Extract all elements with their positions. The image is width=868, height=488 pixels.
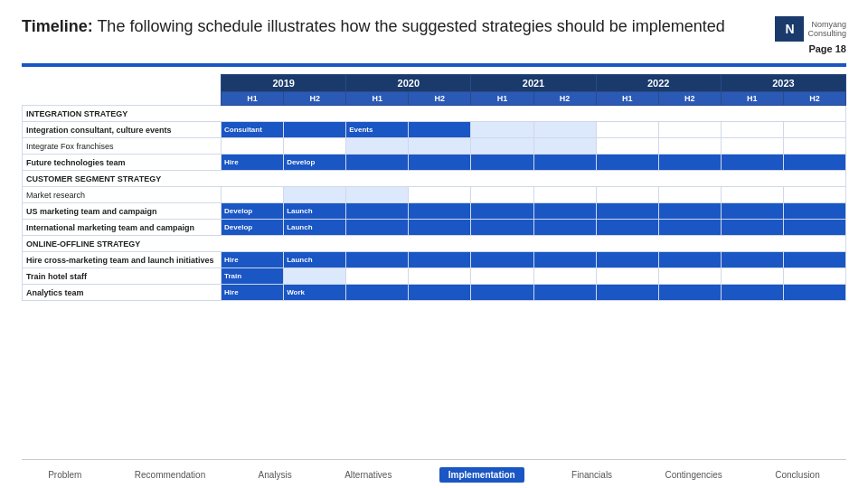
cell-5-7 <box>658 187 721 203</box>
cell-6-3 <box>409 203 471 220</box>
cell-6-9 <box>783 203 845 220</box>
year-header-2022: 2022 <box>596 75 721 92</box>
cell-3-0: Hire <box>222 155 284 171</box>
cell-9-1: Launch <box>284 252 346 268</box>
half-header-H1: H1 <box>346 92 409 106</box>
cell-1-2: Events <box>346 122 409 138</box>
cell-9-6 <box>596 252 658 268</box>
cell-2-6 <box>596 138 658 155</box>
cell-2-3 <box>409 138 471 155</box>
nav-item-alternatives[interactable]: Alternatives <box>339 468 397 482</box>
cell-3-5 <box>533 155 596 171</box>
nav-item-recommendation[interactable]: Recommendation <box>129 468 211 482</box>
page-number: Page 18 <box>808 43 846 54</box>
row-label-10: Train hotel staff <box>23 268 222 285</box>
title-block: Timeline: The following schedule illustr… <box>22 16 775 37</box>
page-title: Timeline: The following schedule illustr… <box>22 16 775 37</box>
nav-item-analysis[interactable]: Analysis <box>253 468 297 482</box>
cell-2-2 <box>346 138 409 155</box>
half-header-H1: H1 <box>222 92 284 106</box>
nav-item-financials[interactable]: Financials <box>566 468 618 482</box>
section-header-8: ONLINE-OFFLINE STRATEGY <box>23 236 846 252</box>
cell-7-0: Develop <box>222 220 284 236</box>
cell-5-3 <box>409 187 471 203</box>
cell-3-3 <box>409 155 471 171</box>
cell-9-3 <box>409 252 471 268</box>
cell-2-4 <box>471 138 533 155</box>
cell-10-2 <box>346 268 409 285</box>
cell-6-1: Launch <box>284 203 346 220</box>
cell-5-2 <box>346 187 409 203</box>
nav-item-conclusion[interactable]: Conclusion <box>769 468 825 482</box>
cell-11-6 <box>596 285 658 301</box>
cell-10-7 <box>658 268 721 285</box>
half-header-H2: H2 <box>533 92 596 106</box>
row-label-3: Future technologies team <box>23 155 222 171</box>
header-area: Timeline: The following schedule illustr… <box>22 16 846 54</box>
cell-10-9 <box>783 268 845 285</box>
cell-7-6 <box>596 220 658 236</box>
cell-5-9 <box>783 187 845 203</box>
logo-area: N NomyangConsulting Page 18 <box>775 16 846 54</box>
cell-7-1: Launch <box>284 220 346 236</box>
timeline-table: 20192020202120222023 H1H2H1H2H1H2H1H2H1H… <box>22 74 846 301</box>
cell-10-8 <box>721 268 783 285</box>
page: Timeline: The following schedule illustr… <box>0 0 868 488</box>
cell-11-3 <box>409 285 471 301</box>
cell-11-4 <box>471 285 533 301</box>
cell-1-7 <box>658 122 721 138</box>
cell-11-0: Hire <box>222 285 284 301</box>
cell-3-9 <box>783 155 845 171</box>
cell-9-5 <box>533 252 596 268</box>
cell-1-0: Consultant <box>222 122 284 138</box>
cell-3-6 <box>596 155 658 171</box>
cell-10-4 <box>471 268 533 285</box>
half-header-H2: H2 <box>409 92 471 106</box>
logo-text: NomyangConsulting <box>807 20 846 38</box>
cell-9-4 <box>471 252 533 268</box>
cell-1-5 <box>533 122 596 138</box>
section-header-0: INTEGRATION STRATEGY <box>23 106 846 122</box>
divider <box>22 63 846 67</box>
cell-11-1: Work <box>284 285 346 301</box>
cell-11-8 <box>721 285 783 301</box>
cell-10-1 <box>284 268 346 285</box>
cell-3-4 <box>471 155 533 171</box>
cell-9-7 <box>658 252 721 268</box>
year-header-2023: 2023 <box>721 75 845 92</box>
cell-10-0: Train <box>222 268 284 285</box>
cell-11-7 <box>658 285 721 301</box>
cell-6-0: Develop <box>222 203 284 220</box>
half-header-H2: H2 <box>658 92 721 106</box>
row-label-2: Integrate Fox franchises <box>23 138 222 155</box>
cell-1-9 <box>783 122 845 138</box>
year-header-2019: 2019 <box>222 75 346 92</box>
cell-6-6 <box>596 203 658 220</box>
half-header-H1: H1 <box>471 92 533 106</box>
cell-11-2 <box>346 285 409 301</box>
cell-1-3 <box>409 122 471 138</box>
cell-7-7 <box>658 220 721 236</box>
cell-10-3 <box>409 268 471 285</box>
cell-1-4 <box>471 122 533 138</box>
nav-item-problem[interactable]: Problem <box>42 468 87 482</box>
cell-3-1: Develop <box>284 155 346 171</box>
cell-7-5 <box>533 220 596 236</box>
section-header-4: CUSTOMER SEGMENT STRATEGY <box>23 171 846 187</box>
cell-2-7 <box>658 138 721 155</box>
cell-5-5 <box>533 187 596 203</box>
cell-5-0 <box>222 187 284 203</box>
nav-item-contingencies[interactable]: Contingencies <box>660 468 728 482</box>
cell-2-8 <box>721 138 783 155</box>
cell-7-9 <box>783 220 845 236</box>
row-label-7: International marketing team and campaig… <box>23 220 222 236</box>
half-header-H2: H2 <box>284 92 346 106</box>
nav-item-implementation[interactable]: Implementation <box>439 467 524 483</box>
half-header-H1: H1 <box>596 92 658 106</box>
row-label-5: Market research <box>23 187 222 203</box>
cell-9-2 <box>346 252 409 268</box>
cell-2-1 <box>284 138 346 155</box>
cell-9-8 <box>721 252 783 268</box>
bottom-nav: ProblemRecommendationAnalysisAlternative… <box>22 459 846 488</box>
half-header-H1: H1 <box>721 92 783 106</box>
